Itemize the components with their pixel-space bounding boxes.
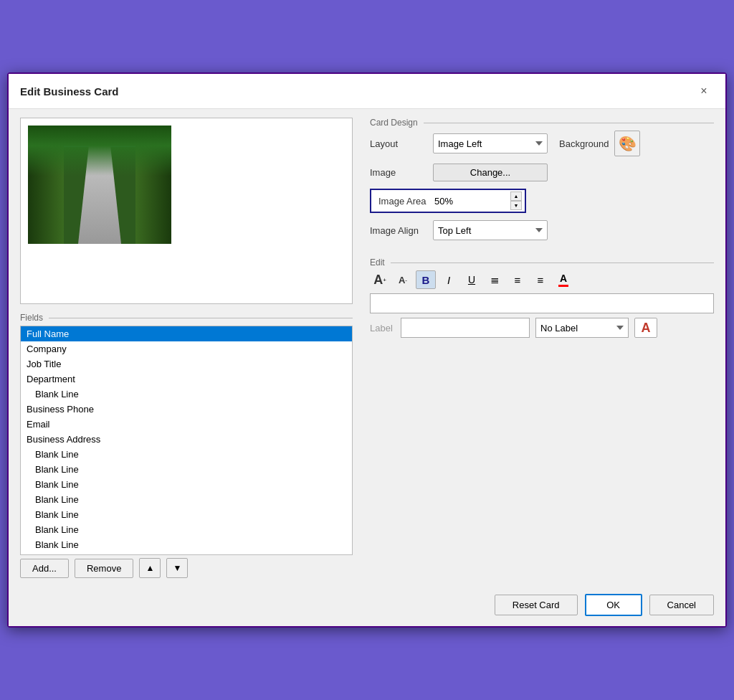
image-preview-area (20, 118, 353, 304)
up-arrow-icon: ▲ (146, 563, 154, 573)
align-left-button[interactable]: ≣ (485, 270, 505, 289)
image-area-control: Image Area ▲ ▼ (370, 189, 526, 213)
dialog-body: Fields Full NameCompanyJob TitleDepartme… (9, 109, 725, 587)
field-item[interactable]: Department (21, 372, 352, 387)
canopy-layer (28, 126, 171, 176)
fields-list[interactable]: Full NameCompanyJob TitleDepartmentBlank… (20, 326, 353, 555)
image-align-label: Image Align (370, 225, 427, 236)
image-align-select[interactable]: Top Left Top Center Top Right Center Bot… (433, 220, 548, 240)
image-align-row: Image Align Top Left Top Center Top Righ… (370, 220, 714, 240)
field-item[interactable]: Full Name (21, 326, 352, 341)
ok-button[interactable]: OK (585, 594, 642, 616)
increase-font-icon: A (373, 273, 383, 288)
label-field-label: Label (370, 323, 395, 334)
italic-icon: I (447, 274, 450, 286)
move-up-button[interactable]: ▲ (139, 558, 161, 578)
decrease-font-icon: A (399, 275, 405, 285)
edit-toolbar: A+ A- B I U ≣ (370, 270, 714, 289)
add-button[interactable]: Add... (20, 559, 69, 578)
background-label: Background (559, 138, 609, 149)
underline-icon: U (468, 274, 475, 285)
close-button[interactable]: × (694, 81, 714, 101)
image-row: Image Change... (370, 164, 714, 181)
field-item[interactable]: Blank Line (21, 462, 352, 477)
field-item[interactable]: Business Address (21, 432, 352, 447)
spinner-buttons: ▲ ▼ (510, 191, 522, 210)
underline-button[interactable]: U (462, 270, 482, 289)
edit-business-card-dialog: Edit Business Card × Fields Ful (7, 72, 727, 628)
image-area-label-text: Image Area (374, 194, 432, 208)
dialog-footer: Reset Card OK Cancel (9, 587, 725, 626)
fields-section-label: Fields (20, 313, 353, 323)
image-area-row: Image Area ▲ ▼ (370, 189, 714, 213)
cancel-button[interactable]: Cancel (649, 595, 714, 615)
spinner-up-button[interactable]: ▲ (510, 191, 522, 201)
label-type-select[interactable]: No Label Work Home Other (535, 318, 629, 338)
field-item[interactable]: Blank Line (21, 507, 352, 522)
bold-icon: B (422, 274, 430, 286)
background-icon: 🎨 (619, 135, 637, 152)
edit-section: Edit A+ A- B I U (370, 257, 714, 338)
layout-select[interactable]: Image Left Image Right Image Top Text On… (433, 133, 548, 153)
edit-text-input[interactable] (370, 293, 714, 313)
field-item[interactable]: Blank Line (21, 522, 352, 537)
field-item[interactable]: Blank Line (21, 492, 352, 507)
move-down-button[interactable]: ▼ (166, 558, 188, 578)
title-bar: Edit Business Card × (9, 74, 725, 109)
field-item[interactable]: Blank Line (21, 387, 352, 402)
right-column: Card Design Layout Image Left Image Righ… (364, 118, 714, 578)
italic-button[interactable]: I (439, 270, 459, 289)
left-column: Fields Full NameCompanyJob TitleDepartme… (20, 118, 364, 578)
remove-button[interactable]: Remove (75, 559, 133, 578)
align-center-icon: ≡ (515, 274, 521, 286)
layout-label: Layout (370, 138, 427, 149)
layout-row: Layout Image Left Image Right Image Top … (370, 131, 714, 156)
preview-image (28, 126, 171, 244)
align-left-icon: ≣ (490, 273, 500, 286)
dialog-title: Edit Business Card (20, 85, 119, 98)
font-color-button[interactable]: A (553, 270, 573, 289)
field-item[interactable]: Blank Line (21, 447, 352, 462)
font-color-icon: A (558, 273, 568, 287)
label-color-icon: A (642, 321, 651, 336)
edit-section-label: Edit (370, 257, 714, 268)
field-item[interactable]: Blank Line (21, 552, 352, 555)
field-item[interactable]: Job Title (21, 356, 352, 372)
label-color-button[interactable]: A (634, 318, 657, 338)
align-center-button[interactable]: ≡ (507, 270, 528, 289)
label-row: Label No Label Work Home Other A (370, 318, 714, 338)
card-design-section: Card Design Layout Image Left Image Righ… (370, 118, 714, 247)
decrease-font-button[interactable]: A- (393, 270, 413, 289)
bold-button[interactable]: B (416, 270, 436, 289)
fields-buttons-row: Add... Remove ▲ ▼ (20, 558, 353, 578)
align-right-icon: ≡ (538, 274, 544, 286)
increase-font-button[interactable]: A+ (370, 270, 390, 289)
down-arrow-icon: ▼ (173, 563, 181, 573)
reset-card-button[interactable]: Reset Card (495, 595, 578, 615)
field-item[interactable]: Blank Line (21, 537, 352, 552)
field-item[interactable]: Blank Line (21, 477, 352, 492)
label-input[interactable] (401, 318, 530, 338)
background-button[interactable]: 🎨 (614, 131, 640, 156)
align-right-button[interactable]: ≡ (530, 270, 550, 289)
fields-section: Fields Full NameCompanyJob TitleDepartme… (20, 313, 353, 578)
field-item[interactable]: Email (21, 417, 352, 432)
image-label: Image (370, 167, 427, 178)
image-area-input[interactable] (432, 194, 510, 208)
card-design-label: Card Design (370, 118, 714, 128)
field-item[interactable]: Company (21, 341, 352, 356)
spinner-down-button[interactable]: ▼ (510, 201, 522, 210)
change-image-button[interactable]: Change... (433, 164, 548, 181)
field-item[interactable]: Business Phone (21, 402, 352, 417)
